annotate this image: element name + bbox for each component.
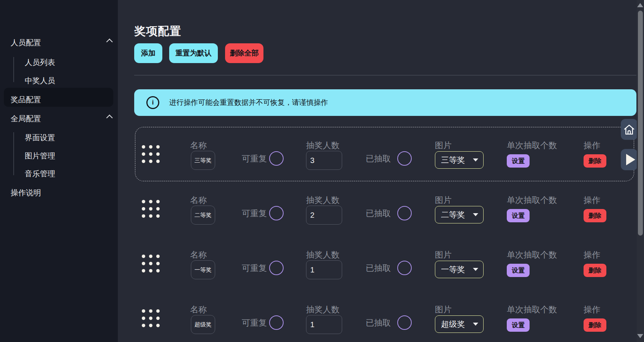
prize-name-input[interactable]	[191, 315, 215, 334]
drawn-radio[interactable]	[397, 151, 412, 166]
prize-row: 名称 可重复 抽奖人数 已抽取 图片 超级奖 单次抽取个数 设置 操作 删除	[0, 291, 644, 342]
add-button[interactable]: 添加	[134, 43, 162, 63]
draw-count-input[interactable]	[306, 260, 342, 279]
drag-handle-icon[interactable]	[142, 200, 160, 218]
scrollbar	[637, 0, 644, 342]
actions-label: 操作	[584, 249, 600, 261]
actions-label: 操作	[584, 140, 600, 151]
repeatable-radio[interactable]	[269, 315, 284, 330]
repeatable-radio[interactable]	[269, 151, 284, 166]
sidebar-item-global-config[interactable]: 全局配置	[11, 114, 41, 123]
per-draw-count-label: 单次抽取个数	[507, 304, 557, 315]
draw-count-input[interactable]	[306, 315, 342, 334]
prize-row: 名称 可重复 抽奖人数 已抽取 图片 一等奖 单次抽取个数 设置 操作 删除	[0, 236, 644, 291]
repeatable-label: 可重复	[242, 317, 267, 329]
warning-banner: i 进行操作可能会重置数据并不可恢复，请谨慎操作	[134, 89, 636, 116]
image-select[interactable]: 二等奖	[435, 206, 484, 223]
image-label: 图片	[435, 249, 452, 261]
repeatable-radio[interactable]	[269, 261, 284, 275]
play-button[interactable]	[621, 149, 638, 170]
sidebar-item-personnel-list[interactable]: 人员列表	[25, 58, 55, 67]
drawn-radio[interactable]	[397, 315, 412, 330]
home-icon	[623, 123, 636, 136]
prize-name-input[interactable]	[191, 206, 215, 225]
actions-label: 操作	[584, 195, 600, 206]
image-select-value: 超级奖	[441, 319, 465, 329]
page-title: 奖项配置	[134, 24, 181, 39]
drag-handle-icon[interactable]	[142, 145, 160, 163]
sidebar-indent-line	[13, 57, 14, 82]
image-select[interactable]: 一等奖	[435, 261, 484, 278]
image-select-value: 二等奖	[441, 209, 465, 220]
name-label: 名称	[190, 249, 207, 261]
settings-button[interactable]: 设置	[507, 264, 530, 277]
image-select-value: 三等奖	[441, 155, 465, 165]
prize-row: 名称 可重复 抽奖人数 已抽取 图片 二等奖 单次抽取个数 设置 操作 删除	[0, 181, 644, 236]
per-draw-count-label: 单次抽取个数	[507, 140, 557, 151]
draw-count-label: 抽奖人数	[306, 249, 339, 261]
repeatable-label: 可重复	[242, 208, 267, 219]
delete-button[interactable]: 删除	[584, 318, 606, 332]
draw-count-label: 抽奖人数	[306, 195, 339, 206]
image-select[interactable]: 超级奖	[435, 315, 484, 333]
drawn-label: 已抽取	[366, 208, 391, 219]
draw-count-label: 抽奖人数	[306, 140, 339, 151]
settings-button[interactable]: 设置	[507, 318, 530, 332]
caret-down-icon	[473, 268, 478, 271]
drawn-label: 已抽取	[366, 263, 391, 274]
repeatable-label: 可重复	[242, 153, 267, 165]
sidebar-item-winners[interactable]: 中奖人员	[25, 76, 55, 85]
drawn-label: 已抽取	[366, 153, 391, 165]
chevron-up-icon	[106, 115, 113, 121]
image-label: 图片	[435, 195, 452, 206]
drag-handle-icon[interactable]	[142, 309, 160, 327]
name-label: 名称	[190, 140, 207, 151]
sidebar-item-personnel-config[interactable]: 人员配置	[11, 38, 41, 47]
draw-count-input[interactable]	[306, 151, 342, 170]
repeatable-radio[interactable]	[269, 206, 284, 220]
per-draw-count-label: 单次抽取个数	[507, 195, 557, 206]
info-icon: i	[146, 96, 159, 109]
divider	[134, 75, 636, 76]
actions-label: 操作	[584, 304, 600, 315]
settings-button[interactable]: 设置	[507, 209, 530, 222]
draw-count-label: 抽奖人数	[306, 304, 339, 315]
sidebar-item-prize-config[interactable]: 奖品配置	[11, 95, 41, 104]
caret-down-icon	[473, 158, 478, 162]
draw-count-input[interactable]	[306, 206, 342, 225]
scroll-down-arrow-icon[interactable]	[637, 334, 643, 338]
delete-button[interactable]: 删除	[584, 154, 606, 168]
image-select-value: 一等奖	[441, 264, 465, 275]
prize-row: 名称 可重复 抽奖人数 已抽取 图片 三等奖 单次抽取个数 设置 操作 删除	[0, 127, 644, 181]
settings-button[interactable]: 设置	[507, 154, 530, 168]
image-label: 图片	[435, 304, 452, 315]
prize-name-input[interactable]	[191, 151, 215, 170]
reset-default-button[interactable]: 重置为默认	[169, 43, 218, 63]
image-label: 图片	[435, 140, 452, 151]
drawn-radio[interactable]	[397, 261, 412, 275]
delete-button[interactable]: 删除	[584, 209, 606, 222]
prize-name-input[interactable]	[191, 260, 215, 279]
delete-all-button[interactable]: 删除全部	[225, 43, 263, 63]
app-window: 人员配置 人员列表 中奖人员 奖品配置 全局配置 界面设置 图片管理 音乐管理 …	[0, 0, 644, 342]
scroll-up-arrow-icon[interactable]	[637, 3, 643, 7]
image-select[interactable]: 三等奖	[435, 151, 484, 169]
home-button[interactable]	[621, 119, 638, 140]
caret-down-icon	[473, 323, 478, 326]
repeatable-label: 可重复	[242, 263, 267, 274]
delete-button[interactable]: 删除	[584, 264, 606, 277]
name-label: 名称	[190, 195, 207, 206]
caret-down-icon	[473, 213, 478, 216]
drawn-label: 已抽取	[366, 317, 391, 329]
per-draw-count-label: 单次抽取个数	[507, 249, 557, 261]
play-icon	[626, 154, 635, 165]
name-label: 名称	[190, 304, 207, 315]
drawn-radio[interactable]	[397, 206, 412, 220]
warning-banner-text: 进行操作可能会重置数据并不可恢复，请谨慎操作	[169, 98, 328, 108]
scrollbar-thumb[interactable]	[638, 11, 643, 236]
drag-handle-icon[interactable]	[142, 255, 160, 272]
chevron-up-icon	[106, 39, 113, 45]
